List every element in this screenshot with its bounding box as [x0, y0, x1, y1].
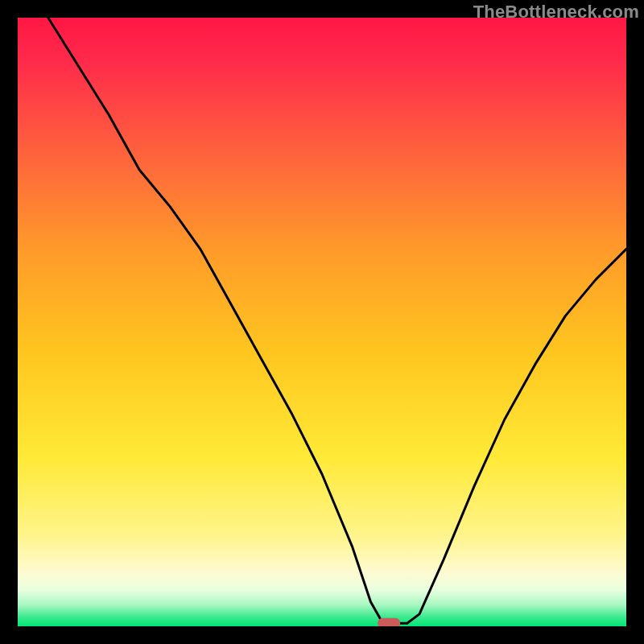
chart-frame: TheBottleneck.com	[0, 0, 644, 644]
bottleneck-chart	[18, 18, 626, 626]
optimal-point-marker	[378, 618, 400, 626]
gradient-background	[18, 18, 626, 626]
